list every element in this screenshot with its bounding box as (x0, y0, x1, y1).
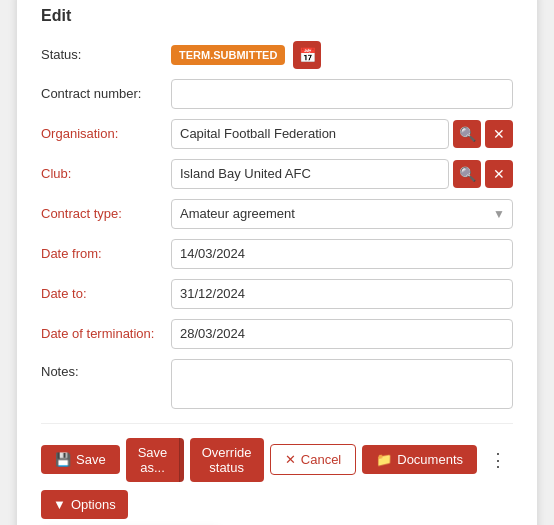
date-termination-input[interactable] (171, 319, 513, 349)
search-icon: 🔍 (459, 126, 476, 142)
folder-icon: 📁 (376, 452, 392, 467)
contract-type-wrapper: Amateur agreement ▼ (171, 199, 513, 229)
override-status-button[interactable]: Override status (190, 438, 264, 482)
calendar-icon: 📅 (299, 47, 316, 63)
chevron-down-icon: ▼ (53, 497, 66, 512)
save-icon: 💾 (55, 452, 71, 467)
club-row: Club: 🔍 ✕ (41, 159, 513, 189)
save-as-label: Save as... (138, 445, 168, 475)
cancel-label: Cancel (301, 452, 341, 467)
cancel-button[interactable]: ✕ Cancel (270, 444, 356, 475)
more-button[interactable]: ⋮ (483, 445, 513, 475)
organisation-search-button[interactable]: 🔍 (453, 120, 481, 148)
override-status-button-group: Override status ▼ (190, 438, 264, 482)
calendar-button[interactable]: 📅 (293, 41, 321, 69)
contract-number-label: Contract number: (41, 86, 171, 101)
close-icon: ✕ (493, 166, 505, 182)
notes-textarea[interactable] (171, 359, 513, 409)
options-section: ▼ Options 💾 Save as TERMINATED 💾 Save as… (41, 490, 128, 519)
status-badge: TERM.SUBMITTED (171, 45, 285, 65)
save-as-button[interactable]: Save as... (126, 438, 180, 482)
override-status-label: Override status (202, 445, 252, 475)
organisation-input[interactable] (171, 119, 449, 149)
divider (41, 423, 513, 424)
documents-label: Documents (397, 452, 463, 467)
date-termination-row: Date of termination: (41, 319, 513, 349)
contract-type-label: Contract type: (41, 206, 171, 221)
date-to-row: Date to: (41, 279, 513, 309)
edit-card: Edit Status: TERM.SUBMITTED 📅 Contract n… (17, 0, 537, 525)
date-to-label: Date to: (41, 286, 171, 301)
save-as-button-group: Save as... ▼ (126, 438, 184, 482)
date-termination-label: Date of termination: (41, 326, 171, 341)
date-from-label: Date from: (41, 246, 171, 261)
club-input[interactable] (171, 159, 449, 189)
save-label: Save (76, 452, 106, 467)
notes-row: Notes: (41, 359, 513, 409)
contract-type-select[interactable]: Amateur agreement (171, 199, 513, 229)
contract-number-row: Contract number: (41, 79, 513, 109)
page-title: Edit (41, 7, 513, 25)
cancel-icon: ✕ (285, 452, 296, 467)
organisation-row: Organisation: 🔍 ✕ (41, 119, 513, 149)
documents-button[interactable]: 📁 Documents (362, 445, 477, 474)
close-icon: ✕ (493, 126, 505, 142)
organisation-field-group: 🔍 ✕ (171, 119, 513, 149)
more-icon: ⋮ (489, 449, 507, 471)
organisation-clear-button[interactable]: ✕ (485, 120, 513, 148)
date-from-row: Date from: (41, 239, 513, 269)
status-row: Status: TERM.SUBMITTED 📅 (41, 41, 513, 69)
contract-type-row: Contract type: Amateur agreement ▼ (41, 199, 513, 229)
date-from-input[interactable] (171, 239, 513, 269)
search-icon: 🔍 (459, 166, 476, 182)
club-field-group: 🔍 ✕ (171, 159, 513, 189)
club-search-button[interactable]: 🔍 (453, 160, 481, 188)
save-button[interactable]: 💾 Save (41, 445, 120, 474)
contract-number-input[interactable] (171, 79, 513, 109)
status-label: Status: (41, 47, 171, 62)
club-clear-button[interactable]: ✕ (485, 160, 513, 188)
options-button[interactable]: ▼ Options (41, 490, 128, 519)
date-to-input[interactable] (171, 279, 513, 309)
club-label: Club: (41, 166, 171, 181)
notes-label: Notes: (41, 359, 171, 379)
options-label: Options (71, 497, 116, 512)
toolbar: 💾 Save Save as... ▼ Override status ▼ ✕ … (41, 438, 513, 482)
save-as-dropdown-button[interactable]: ▼ (179, 438, 183, 482)
organisation-label: Organisation: (41, 126, 171, 141)
